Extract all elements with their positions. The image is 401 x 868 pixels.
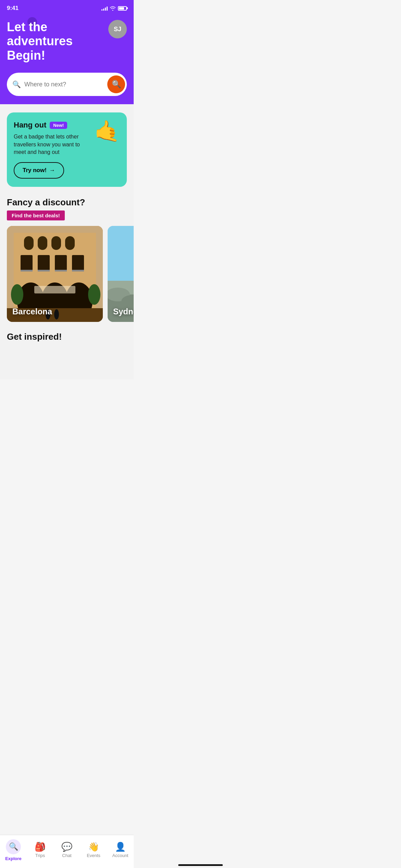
wifi-icon	[110, 6, 116, 11]
svg-rect-22	[34, 286, 75, 293]
svg-rect-11	[38, 270, 50, 272]
new-badge: New!	[50, 122, 67, 129]
hangout-content: Hang out New! Get a badge that lets othe…	[14, 121, 91, 179]
svg-rect-8	[55, 255, 67, 270]
header-title: Let the adventures Begin!	[7, 20, 108, 62]
header: Let the adventures Begin! SJ	[0, 14, 134, 73]
main-content: Hang out New! Get a badge that lets othe…	[0, 104, 134, 379]
avatar[interactable]: SJ	[108, 20, 127, 38]
search-input[interactable]	[24, 81, 104, 88]
svg-rect-6	[21, 255, 33, 270]
barcelona-label: Barcelona	[12, 307, 52, 316]
destination-card-barcelona[interactable]: Barcelona	[7, 226, 103, 322]
svg-point-21	[88, 284, 100, 305]
hangout-title-row: Hang out New!	[14, 121, 91, 130]
signal-icon	[101, 6, 108, 11]
search-icon-left: 🔍	[12, 80, 21, 88]
search-bar: 🔍 🔍	[7, 73, 127, 96]
svg-rect-5	[65, 236, 75, 250]
header-title-block: Let the adventures Begin!	[7, 20, 108, 62]
deals-badge: Find the best deals!	[7, 210, 65, 220]
discount-section: Fancy a discount? Find the best deals!	[7, 197, 127, 322]
hangout-card: Hang out New! Get a badge that lets othe…	[7, 112, 127, 187]
search-button-icon: 🔍	[112, 80, 121, 89]
svg-rect-2	[24, 236, 34, 250]
status-bar: 9:41	[0, 0, 134, 14]
try-now-button[interactable]: Try now! →	[14, 162, 64, 179]
svg-point-19	[54, 309, 59, 320]
destination-card-sydney[interactable]: Sydne	[108, 226, 134, 322]
inspired-section: Get inspired!	[7, 331, 127, 342]
status-icons	[101, 6, 127, 11]
search-button[interactable]: 🔍	[107, 75, 125, 93]
svg-rect-10	[21, 270, 33, 272]
svg-rect-13	[72, 270, 84, 272]
sydney-label: Sydne	[113, 307, 134, 316]
inspired-title: Get inspired!	[7, 331, 127, 342]
discount-title: Fancy a discount?	[7, 197, 127, 208]
svg-point-20	[11, 284, 23, 305]
svg-rect-7	[38, 255, 50, 270]
hangout-title: Hang out	[14, 121, 46, 130]
hangout-emoji: 🤙	[94, 119, 120, 143]
battery-icon	[118, 6, 127, 11]
hangout-description: Get a badge that lets other travellers k…	[14, 133, 91, 156]
svg-rect-4	[51, 236, 61, 250]
svg-rect-9	[72, 255, 84, 270]
svg-rect-3	[38, 236, 47, 250]
status-time: 9:41	[7, 5, 19, 12]
search-container: 🔍 🔍	[0, 73, 134, 104]
destinations-scroll[interactable]: Barcelona Sydne	[0, 226, 134, 322]
svg-rect-12	[55, 270, 67, 272]
